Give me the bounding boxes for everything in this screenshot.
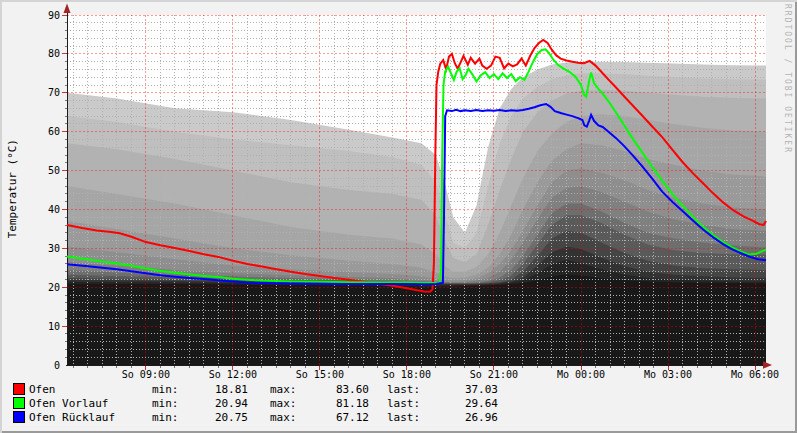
last-label: last: (387, 397, 429, 410)
legend-swatch-ofen-vorlauf (13, 397, 25, 409)
y-tick-label: 50 (48, 165, 60, 176)
x-tick-label: Mo 03:00 (644, 369, 692, 380)
y-tick-label: 90 (48, 10, 60, 21)
y-tick-label: 80 (48, 48, 60, 59)
legend-swatch-ofen (13, 383, 25, 395)
min-value: 20.75 (185, 411, 248, 424)
x-axis-arrow-icon (763, 361, 772, 369)
legend-series-name: Ofen Rücklauf (29, 411, 152, 424)
legend: Ofen min: 18.81 max: 83.60 last: 37.03 O… (0, 382, 797, 424)
x-tick-label: So 12:00 (209, 369, 257, 380)
y-axis-title: Temperatur (°C) (6, 139, 19, 238)
history-band (67, 274, 766, 365)
y-tick-label: 20 (48, 282, 60, 293)
y-tick-label: 0 (54, 360, 60, 371)
last-label: last: (387, 411, 429, 424)
min-label: min: (152, 383, 185, 396)
last-label: last: (387, 383, 429, 396)
max-label: max: (270, 411, 303, 424)
chart-plot: 0102030405060708090So 09:00So 12:00So 15… (0, 0, 797, 381)
max-label: max: (270, 383, 303, 396)
y-tick-label: 30 (48, 243, 60, 254)
min-value: 18.81 (185, 383, 248, 396)
y-tick-label: 10 (48, 321, 60, 332)
y-axis-title-container: Temperatur (°C) (6, 0, 19, 378)
legend-row-ofen-vorlauf: Ofen Vorlauf min: 20.94 max: 81.18 last:… (0, 396, 797, 410)
min-label: min: (152, 397, 185, 410)
rrdtool-graph-window: 0102030405060708090So 09:00So 12:00So 15… (0, 0, 797, 433)
x-tick-label: So 09:00 (122, 369, 170, 380)
last-value: 37.03 (429, 383, 498, 396)
min-value: 20.94 (185, 397, 248, 410)
legend-row-ofen-ruecklauf: Ofen Rücklauf min: 20.75 max: 67.12 last… (0, 410, 797, 424)
x-tick-label: So 21:00 (470, 369, 518, 380)
max-value: 81.18 (303, 397, 369, 410)
x-tick-label: So 18:00 (383, 369, 431, 380)
min-label: min: (152, 411, 185, 424)
y-tick-label: 70 (48, 87, 60, 98)
max-label: max: (270, 397, 303, 410)
legend-swatch-ofen-ruecklauf (13, 411, 25, 423)
max-value: 83.60 (303, 383, 369, 396)
legend-series-name: Ofen (29, 383, 152, 396)
y-tick-label: 60 (48, 126, 60, 137)
x-tick-label: Mo 06:00 (731, 369, 779, 380)
y-tick-label: 40 (48, 204, 60, 215)
x-tick-label: So 15:00 (296, 369, 344, 380)
last-value: 29.64 (429, 397, 498, 410)
last-value: 26.96 (429, 411, 498, 424)
max-value: 67.12 (303, 411, 369, 424)
x-tick-label: Mo 00:00 (557, 369, 605, 380)
legend-row-ofen: Ofen min: 18.81 max: 83.60 last: 37.03 (0, 382, 797, 396)
y-axis-arrow-icon (64, 4, 71, 14)
legend-series-name: Ofen Vorlauf (29, 397, 152, 410)
rrdtool-watermark: RRDTOOL / TOBI OETIKER (783, 4, 792, 154)
